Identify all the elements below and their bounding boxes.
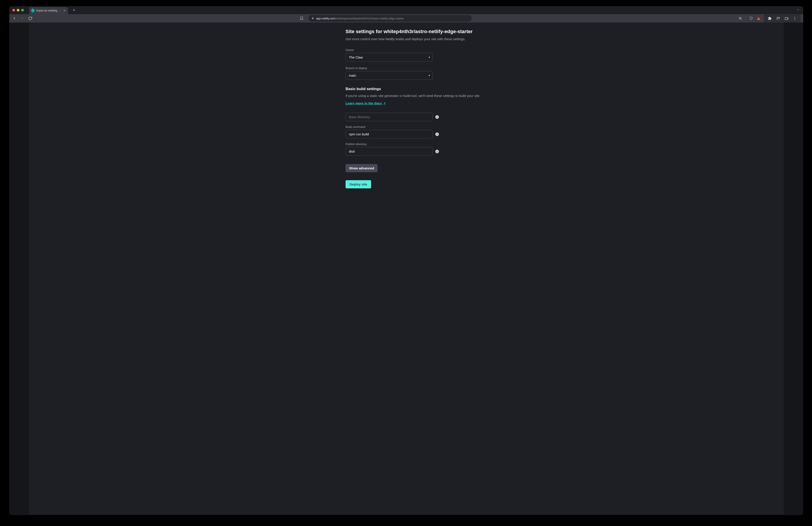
back-button[interactable]: [12, 16, 17, 21]
browser-window: Import an existing project fro ✕ + app.n…: [9, 6, 304, 197]
new-tab-button[interactable]: +: [71, 8, 77, 13]
tab-title: Import an existing project fro: [36, 9, 61, 12]
traffic-lights: [12, 9, 24, 12]
minimize-window-button[interactable]: [17, 9, 19, 12]
browser-tab[interactable]: Import an existing project fro ✕: [29, 7, 68, 14]
page-content: Site settings for whitep4nth3r/astro-net…: [9, 23, 304, 197]
close-tab-icon[interactable]: ✕: [63, 9, 66, 12]
browser-toolbar: app.netlify.com/start/repos/whitep4nth3r…: [9, 14, 304, 23]
bookmark-button[interactable]: [299, 16, 304, 21]
tab-bar: Import an existing project fro ✕ +: [9, 6, 304, 14]
reload-button[interactable]: [28, 16, 33, 21]
close-window-button[interactable]: [12, 9, 15, 12]
maximize-window-button[interactable]: [21, 9, 24, 12]
forward-button[interactable]: [20, 16, 25, 21]
netlify-favicon: [31, 9, 35, 13]
gutter-left: [9, 23, 29, 197]
